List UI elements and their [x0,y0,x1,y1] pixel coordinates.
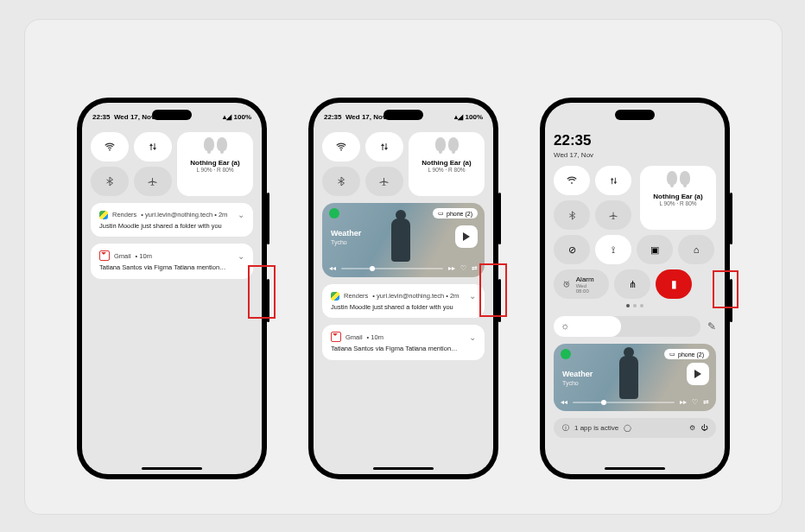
flashlight-toggle[interactable]: ▮ [656,269,692,299]
now-playing-card[interactable]: ▭ phone (2) Weather Tycho ◂◂ ▸▸ ♡ ⇄ [322,203,485,277]
power-icon[interactable]: ⏻ [700,424,707,432]
status-bar: 22:35 Wed 17, Nov ▴◢100% [324,113,483,121]
cast-toggle[interactable]: ▣ [637,235,673,264]
nav-pill[interactable] [605,467,665,470]
active-apps-chip[interactable]: ⓘ 1 app is active ◯ ⚙ ⏻ [554,418,716,438]
settings-icon[interactable]: ⚙ [689,424,695,432]
now-playing-card[interactable]: ▭ phone (2) Weather Tycho ◂◂ ▸▸ ♡ ⇄ [554,344,716,411]
airplane-toggle[interactable] [595,200,631,230]
shuffle-button[interactable]: ⇄ [472,264,478,272]
connect-toggle[interactable]: ⋔ [614,269,650,299]
nav-pill[interactable] [373,467,434,470]
chevron-down-icon[interactable]: ⌄ [238,210,244,219]
brightness-icon: ☼ [561,320,569,331]
data-icon [609,176,618,186]
like-button[interactable]: ♡ [692,398,698,406]
airplane-icon [379,176,390,187]
user-icon[interactable]: ◯ [624,424,631,432]
album-art [619,356,638,399]
notification-renders[interactable]: Renders • yuri.levin@nothing.tech • 2m ⌄… [91,203,253,237]
bluetooth-icon [567,211,577,220]
earbuds-widget[interactable]: Nothing Ear (a) L 90% · R 80% [177,132,253,196]
notif-meta: • 10m [136,252,152,260]
output-badge[interactable]: ▭ phone (2) [433,208,478,218]
signal-icon: ▴◢ [454,113,463,121]
spotify-icon [329,208,339,218]
earbuds-icon [200,137,231,156]
notif-meta: • yuri.levin@nothing.tech • 2m [141,211,227,218]
lock-date: Wed 17, Nov [554,151,716,159]
spotify-icon [561,349,571,359]
next-button[interactable]: ▸▸ [448,264,455,272]
earbuds-icon [662,171,694,190]
wifi-icon [104,141,116,153]
play-button[interactable] [455,225,478,248]
nav-pill[interactable] [142,467,202,470]
flashlight-icon: ▮ [671,278,677,290]
active-apps-label: 1 app is active [574,424,618,432]
brightness-slider[interactable]: ☼ [554,316,700,337]
track-title: Weather [331,229,361,238]
like-button[interactable]: ♡ [460,264,466,272]
location-toggle[interactable]: ⟟ [595,235,631,264]
earbuds-icon [431,137,462,156]
airplane-icon [609,211,618,220]
notification-renders[interactable]: Renders • yuri.levin@nothing.tech • 2m ⌄… [322,284,485,318]
phone-mockup-2: 22:35 Wed 17, Nov ▴◢100% Nothing Ear (a)… [308,98,498,479]
cast-icon: ▣ [650,244,659,256]
progress-bar[interactable] [341,268,443,269]
dnd-icon: ⊘ [568,244,576,256]
bluetooth-toggle[interactable] [554,200,590,230]
shuffle-button[interactable]: ⇄ [703,398,709,406]
prev-button[interactable]: ◂◂ [329,264,336,272]
earbuds-widget[interactable]: Nothing Ear (a) L 90% · R 80% [640,166,716,230]
play-button[interactable] [687,363,709,385]
wifi-toggle[interactable] [554,166,590,195]
notification-gmail[interactable]: Gmail • 10m ⌄ Tatiana Santos via Figma T… [322,325,485,359]
edit-tiles-button[interactable]: ✎ [707,320,716,332]
location-icon: ⟟ [612,244,615,256]
connect-icon: ⋔ [629,279,637,290]
track-title: Weather [562,370,593,378]
image-panel: 22:35 Wed 17, Nov ▴◢100% Nothing Ear (a)… [24,19,783,515]
game-icon: ⌂ [694,244,700,255]
dnd-toggle[interactable]: ⊘ [554,235,590,264]
alarm-tile[interactable]: Alarm Wed 08:00 [554,269,609,299]
bluetooth-toggle[interactable] [322,167,360,196]
track-artist: Tycho [562,380,579,386]
chevron-down-icon[interactable]: ⌄ [469,291,476,301]
game-toggle[interactable]: ⌂ [678,235,714,264]
notif-app: Gmail [114,252,131,260]
annotation-highlight [713,270,738,308]
progress-bar[interactable] [573,402,675,403]
data-toggle[interactable] [134,132,172,162]
chevron-down-icon[interactable]: ⌄ [469,332,476,342]
output-badge[interactable]: ▭ phone (2) [664,349,709,359]
bluetooth-toggle[interactable] [91,167,129,196]
wifi-toggle[interactable] [91,132,129,162]
notif-app: Renders [112,211,136,218]
album-art [391,218,410,262]
earbuds-battery: L 90% · R 80% [196,167,233,173]
svg-point-0 [109,149,111,151]
data-icon [379,142,390,152]
lock-clock: 22:35 [554,132,716,149]
chevron-down-icon[interactable]: ⌄ [238,251,244,261]
wifi-toggle[interactable] [322,132,360,162]
data-toggle[interactable] [595,166,631,195]
signal-icon: ▴◢ [223,113,231,121]
wifi-icon [566,174,578,187]
notification-gmail[interactable]: Gmail • 10m ⌄ Tatiana Santos via Figma T… [91,244,253,278]
data-toggle[interactable] [365,132,403,162]
phone-mockup-1: 22:35 Wed 17, Nov ▴◢100% Nothing Ear (a)… [77,98,267,479]
airplane-toggle[interactable] [134,167,172,196]
airplane-toggle[interactable] [365,167,403,196]
earbuds-widget[interactable]: Nothing Ear (a) L 90% · R 80% [409,132,485,196]
svg-point-2 [571,182,573,184]
prev-button[interactable]: ◂◂ [561,398,567,406]
next-button[interactable]: ▸▸ [680,398,687,406]
status-bar: 22:35 Wed 17, Nov ▴◢100% [92,113,251,121]
phone-mockup-3: 22:35 Wed 17, Nov Nothing Ear (a) L 90% … [540,98,730,479]
drive-icon [99,211,108,219]
gmail-icon [99,250,110,261]
